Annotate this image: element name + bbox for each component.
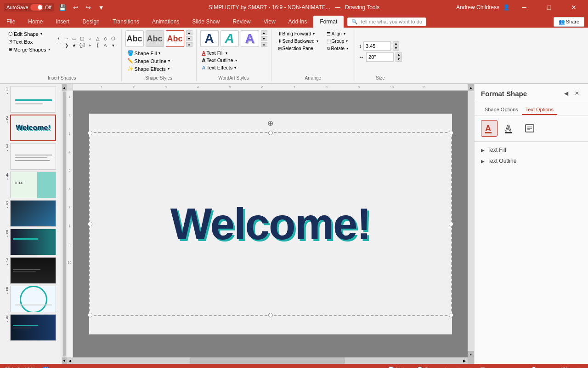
- slide-thumb-7[interactable]: 7 *: [2, 257, 60, 284]
- wordart-sample-2[interactable]: A: [220, 30, 239, 47]
- wordart-expand[interactable]: ≡: [261, 42, 267, 47]
- shape-star[interactable]: ★: [71, 42, 78, 48]
- slide-sorter-btn[interactable]: ⊞: [466, 367, 474, 368]
- edit-shape-button[interactable]: ⬡ Edit Shape ▾: [6, 30, 52, 37]
- handle-top-center[interactable]: [268, 131, 273, 135]
- h-scroll-next[interactable]: ▶: [461, 357, 468, 364]
- minimize-button[interactable]: ─: [514, 0, 535, 15]
- slide-thumbnail-8[interactable]: [10, 286, 56, 312]
- text-effects-tab-icon[interactable]: A: [501, 120, 518, 137]
- slide-thumb-8[interactable]: 8 *: [2, 286, 60, 312]
- shape-rect[interactable]: ▭: [71, 35, 78, 41]
- handle-bot-center[interactable]: [268, 313, 273, 317]
- comments-button[interactable]: 💬 Comments: [415, 367, 451, 368]
- text-fill-button[interactable]: A Text Fill ▾: [200, 50, 229, 56]
- wordart-scroll-down[interactable]: ▼: [261, 36, 267, 41]
- slide-thumb-9[interactable]: 9 *: [2, 314, 60, 341]
- text-box-button[interactable]: ⊡ Text Box: [6, 38, 52, 45]
- shape-effects-button[interactable]: ✨ Shape Effects ▾: [125, 65, 171, 72]
- handle-bot-right[interactable]: [449, 313, 453, 317]
- format-panel-back[interactable]: ◀: [561, 89, 571, 98]
- slide-thumb-6[interactable]: 6 *: [2, 229, 60, 255]
- text-fill-tab-icon[interactable]: A: [481, 120, 498, 137]
- slide-thumb-1[interactable]: 1 *: [2, 86, 60, 113]
- shape-style-3[interactable]: Abc: [166, 30, 184, 47]
- style-scroll-down[interactable]: ▼: [186, 36, 192, 41]
- redo-button[interactable]: ↪: [83, 2, 94, 13]
- height-up[interactable]: ▲: [393, 41, 399, 46]
- accessibility-btn[interactable]: ♿: [41, 367, 51, 368]
- style-scroll-up[interactable]: ▲: [186, 30, 192, 35]
- height-input[interactable]: [363, 41, 391, 51]
- tab-text-options[interactable]: Text Options: [522, 105, 557, 115]
- tab-animations[interactable]: Animations: [146, 16, 186, 28]
- canvas-v-scrollbar[interactable]: ▲ ▼: [468, 84, 474, 357]
- text-outline-button[interactable]: A Text Outline ▾: [200, 57, 239, 63]
- slide-thumbnail-6[interactable]: [10, 229, 56, 255]
- tab-insert[interactable]: Insert: [49, 16, 76, 28]
- slide-thumb-2[interactable]: 2 * Welcome!: [2, 115, 60, 141]
- slide-thumbnail-9[interactable]: [10, 314, 56, 341]
- close-button[interactable]: ✕: [563, 0, 584, 15]
- share-button[interactable]: 👥 Share: [554, 17, 584, 27]
- slide-thumbnail-2[interactable]: Welcome!: [10, 115, 56, 141]
- wordart-sample-3[interactable]: A: [241, 30, 259, 47]
- slide-thumbnail-4[interactable]: TITLE: [10, 172, 56, 198]
- shape-style-1[interactable]: Abc: [125, 30, 144, 47]
- text-box-selected[interactable]: ⊕ Welcome!: [89, 132, 452, 316]
- height-spinner[interactable]: ▲ ▼: [393, 41, 399, 51]
- maximize-button[interactable]: □: [538, 0, 560, 15]
- height-down[interactable]: ▼: [393, 46, 399, 51]
- width-input[interactable]: [366, 52, 394, 62]
- fit-to-window-btn[interactable]: ⊡: [576, 367, 583, 368]
- width-down[interactable]: ▼: [396, 57, 402, 62]
- width-up[interactable]: ▲: [396, 52, 402, 57]
- slide-thumb-5[interactable]: 5 *: [2, 200, 60, 227]
- notes-button[interactable]: 📄 Notes: [386, 367, 411, 368]
- style-expand[interactable]: ≡: [186, 42, 192, 47]
- tab-slide-show[interactable]: Slide Show: [186, 16, 226, 28]
- customize-button[interactable]: ▼: [96, 2, 107, 13]
- shape-triangle[interactable]: △: [95, 35, 101, 41]
- shape-style-2[interactable]: Abc: [146, 30, 164, 47]
- send-backward-button[interactable]: ⬇ Send Backward ▾: [275, 38, 321, 45]
- slide-thumbnail-7[interactable]: [10, 257, 56, 284]
- handle-bot-left[interactable]: [88, 313, 92, 317]
- slide-panel-scrollbar[interactable]: ▲ ▼: [62, 84, 67, 364]
- slide-thumbnail-3[interactable]: [10, 143, 56, 170]
- tab-file[interactable]: File: [0, 16, 22, 28]
- shape-plus[interactable]: +: [87, 42, 93, 48]
- scroll-down-btn[interactable]: ▼: [62, 357, 67, 364]
- shape-chevron[interactable]: ❯: [63, 42, 70, 48]
- handle-mid-left[interactable]: [88, 222, 92, 226]
- shape-round-rect[interactable]: ▢: [79, 35, 85, 41]
- shape-fill-button[interactable]: 🪣 Shape Fill ▾: [125, 50, 163, 57]
- text-effects-button[interactable]: A Text Effects ▾: [200, 64, 238, 71]
- width-spinner[interactable]: ▲ ▼: [396, 52, 402, 62]
- bring-forward-button[interactable]: ⬆ Bring Forward ▾: [275, 30, 321, 37]
- slide-thumbnail-1[interactable]: [10, 86, 56, 113]
- shape-diamond[interactable]: ◇: [102, 35, 109, 41]
- canvas-scroll-up[interactable]: ▲: [468, 84, 474, 91]
- handle-top-left[interactable]: [88, 131, 92, 135]
- tab-view[interactable]: View: [257, 16, 282, 28]
- text-box-tab-icon[interactable]: [521, 120, 538, 137]
- handle-top-right[interactable]: [449, 131, 453, 135]
- format-panel-close[interactable]: ✕: [572, 89, 582, 98]
- shape-arc[interactable]: ⌒: [56, 42, 62, 48]
- autosave-toggle[interactable]: [30, 4, 43, 11]
- shape-pentagon[interactable]: ⬠: [110, 35, 117, 41]
- tab-format[interactable]: Format: [313, 16, 344, 28]
- rotate-button[interactable]: ↻ Rotate ▾: [324, 45, 351, 52]
- normal-view-btn[interactable]: ▦: [454, 367, 463, 368]
- tab-home[interactable]: Home: [22, 16, 49, 28]
- shape-curve[interactable]: ∿: [102, 42, 109, 48]
- tab-transitions[interactable]: Transitions: [106, 16, 146, 28]
- slideshow-btn[interactable]: ▶: [492, 367, 499, 368]
- save-button[interactable]: 💾: [57, 2, 68, 13]
- shape-brace[interactable]: {: [95, 42, 101, 48]
- tab-design[interactable]: Design: [76, 16, 106, 28]
- h-scroll-prev[interactable]: ◀: [67, 357, 73, 364]
- shape-ellipse[interactable]: ○: [87, 35, 93, 41]
- tab-review[interactable]: Review: [226, 16, 257, 28]
